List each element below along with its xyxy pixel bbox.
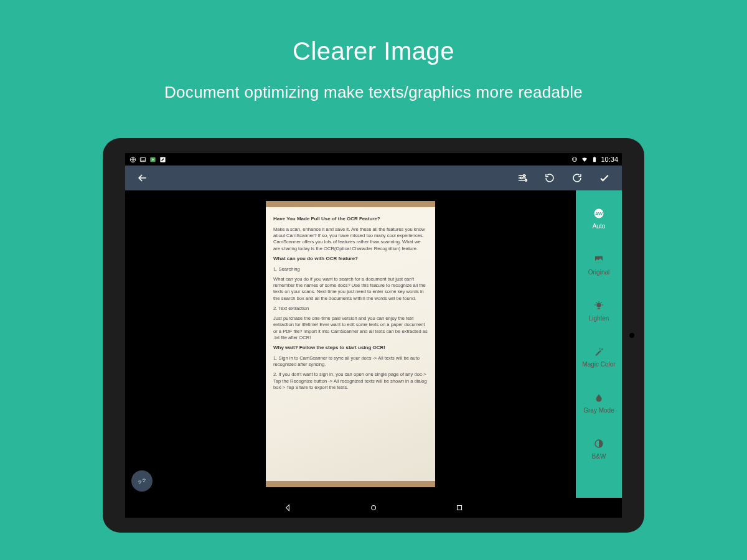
filter-auto[interactable]: AW Auto xyxy=(576,195,622,240)
doc-heading-3: Why wait? Follow the steps to start usin… xyxy=(273,345,385,350)
filter-bw[interactable]: B&W xyxy=(576,426,622,470)
doc-s1: 1. Sign in to CamScanner to sync all you… xyxy=(273,355,428,368)
svg-text:AW: AW xyxy=(595,210,603,216)
doc-p2: Just purchase the one-time paid version … xyxy=(273,315,428,341)
nav-back[interactable] xyxy=(282,502,293,513)
original-icon xyxy=(592,253,606,266)
battery-icon xyxy=(591,156,598,163)
doc-s2: 2. If you don't want to sign in, you can… xyxy=(273,371,428,391)
lighten-icon xyxy=(592,299,606,312)
filter-rail: AW Auto Original Lighten xyxy=(576,190,622,498)
svg-rect-7 xyxy=(594,157,596,157)
edit-icon xyxy=(159,156,166,163)
globe-icon xyxy=(129,156,136,163)
compare-fab[interactable] xyxy=(131,470,153,492)
doc-p1-title: 1. Searching xyxy=(273,266,428,273)
android-nav-bar xyxy=(125,498,622,518)
nav-recent[interactable] xyxy=(454,502,465,513)
filter-magic-color[interactable]: Magic Color xyxy=(576,334,622,378)
doc-p2-title: 2. Text extraction xyxy=(273,306,428,312)
svg-point-16 xyxy=(372,506,376,510)
svg-rect-5 xyxy=(573,157,576,162)
doc-heading-1: Have You Made Full Use of the OCR Featur… xyxy=(273,216,380,222)
doc-p1: What can you do if you want to search fo… xyxy=(273,276,428,302)
filter-label: Original xyxy=(588,269,609,276)
doc-heading-2: What can you do with OCR feature? xyxy=(273,256,358,261)
status-time: 10:34 xyxy=(601,156,618,163)
document-viewer[interactable]: Have You Made Full Use of the OCR Featur… xyxy=(125,190,576,498)
filter-label: Lighten xyxy=(589,315,609,322)
rotate-right-button[interactable] xyxy=(566,167,588,189)
gray-mode-icon xyxy=(592,391,606,404)
scanned-document: Have You Made Full Use of the OCR Featur… xyxy=(266,201,435,487)
svg-point-2 xyxy=(141,158,141,159)
svg-rect-6 xyxy=(593,157,596,162)
content-area: Have You Made Full Use of the OCR Featur… xyxy=(125,190,622,498)
doc-intro: Make a scan, enhance it and save it. Are… xyxy=(273,226,428,252)
wifi-icon xyxy=(581,156,588,163)
filter-original[interactable]: Original xyxy=(576,241,622,286)
adjust-button[interactable] xyxy=(511,167,533,189)
filter-lighten[interactable]: Lighten xyxy=(576,287,622,332)
filter-label: Auto xyxy=(593,223,606,230)
filter-label: Magic Color xyxy=(582,361,615,368)
filter-label: Gray Mode xyxy=(583,407,614,414)
confirm-button[interactable] xyxy=(593,167,616,189)
filter-gray-mode[interactable]: Gray Mode xyxy=(576,380,622,424)
auto-icon: AW xyxy=(592,207,606,220)
tablet-camera xyxy=(629,333,634,338)
image-icon xyxy=(139,156,146,163)
tablet-frame: 10:34 Have You Made Ful xyxy=(103,138,644,533)
status-bar: 10:34 xyxy=(125,153,622,166)
play-icon xyxy=(149,156,156,163)
filter-label: B&W xyxy=(592,453,606,460)
rotate-left-button[interactable] xyxy=(538,167,561,189)
svg-rect-17 xyxy=(458,506,462,510)
svg-point-9 xyxy=(520,177,522,179)
promo-title: Clearer Image xyxy=(293,37,454,65)
promo-subtitle: Document optimizing make texts/graphics … xyxy=(164,83,583,102)
svg-point-8 xyxy=(524,175,525,177)
magic-color-icon xyxy=(592,345,606,358)
tablet-screen: 10:34 Have You Made Ful xyxy=(125,153,622,518)
vibrate-icon xyxy=(571,156,578,163)
nav-home[interactable] xyxy=(368,502,379,513)
svg-point-14 xyxy=(597,303,601,307)
bw-icon xyxy=(592,437,606,450)
back-button[interactable] xyxy=(131,167,154,189)
app-bar xyxy=(125,166,622,190)
